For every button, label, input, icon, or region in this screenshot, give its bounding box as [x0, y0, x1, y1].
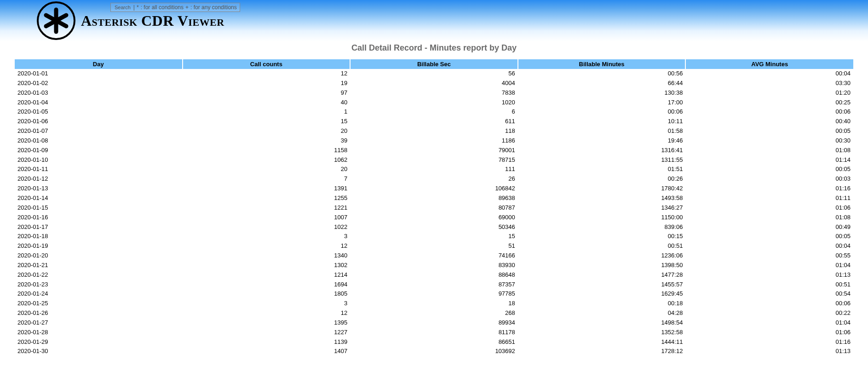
cell-billable-sec: 89638: [350, 194, 518, 203]
cell-billable-sec: 18: [350, 299, 518, 308]
cell-billable-sec: 4004: [350, 79, 518, 88]
cell-call-counts: 1062: [183, 155, 351, 165]
cell-day: 2020-01-04: [15, 98, 183, 108]
table-row: 2020-01-101062787151311:5501:14: [15, 155, 853, 165]
cell-avg-minutes: 01:13: [685, 270, 853, 280]
cell-avg-minutes: 00:25: [685, 98, 853, 108]
cell-day: 2020-01-06: [15, 117, 183, 126]
cell-billable-minutes: 04:28: [518, 308, 686, 318]
table-row: 2020-01-0440102017:0000:25: [15, 98, 853, 108]
cell-day: 2020-01-11: [15, 165, 183, 174]
cell-day: 2020-01-12: [15, 174, 183, 184]
table-row: 2020-01-0219400466:4403:30: [15, 79, 853, 88]
table-row: 2020-01-261226804:2800:22: [15, 308, 853, 318]
cell-avg-minutes: 00:51: [685, 280, 853, 290]
cell-call-counts: 1340: [183, 251, 351, 261]
cell-avg-minutes: 01:13: [685, 347, 853, 356]
cell-billable-sec: 86651: [350, 337, 518, 347]
cell-avg-minutes: 01:08: [685, 146, 853, 155]
cell-billable-sec: 69000: [350, 213, 518, 223]
cell-avg-minutes: 01:16: [685, 184, 853, 194]
table-row: 2020-01-051600:0600:06: [15, 107, 853, 117]
report-table: Day Call counts Billable Sec Billable Mi…: [15, 59, 853, 356]
cell-billable-minutes: 00:26: [518, 174, 686, 184]
search-button-label[interactable]: Search: [114, 5, 132, 10]
cell-call-counts: 1227: [183, 328, 351, 337]
cell-avg-minutes: 00:06: [685, 107, 853, 117]
table-row: 2020-01-281227811781352:5801:06: [15, 328, 853, 337]
cell-day: 2020-01-13: [15, 184, 183, 194]
cell-billable-minutes: 10:11: [518, 117, 686, 126]
table-row: 2020-01-112011101:5100:05: [15, 165, 853, 174]
col-header-calls[interactable]: Call counts: [183, 59, 351, 69]
hint-any-text: : for any conditions: [190, 4, 237, 11]
table-row: 2020-01-141255896381493:5801:11: [15, 194, 853, 203]
col-header-sec[interactable]: Billable Sec: [350, 59, 518, 69]
cell-billable-sec: 74166: [350, 251, 518, 261]
cell-call-counts: 3: [183, 299, 351, 308]
cell-billable-minutes: 00:18: [518, 299, 686, 308]
cell-billable-sec: 81178: [350, 328, 518, 337]
cell-call-counts: 20: [183, 126, 351, 136]
table-row: 2020-01-03977838130:3801:20: [15, 88, 853, 98]
cell-day: 2020-01-01: [15, 69, 183, 79]
cell-avg-minutes: 00:40: [685, 117, 853, 126]
cell-billable-minutes: 839:06: [518, 223, 686, 232]
cell-call-counts: 97: [183, 88, 351, 98]
cell-avg-minutes: 03:30: [685, 79, 853, 88]
cell-call-counts: 1302: [183, 261, 351, 270]
cell-call-counts: 1805: [183, 289, 351, 299]
cell-day: 2020-01-21: [15, 261, 183, 270]
cell-day: 2020-01-05: [15, 107, 183, 117]
cell-day: 2020-01-17: [15, 223, 183, 232]
cell-day: 2020-01-22: [15, 270, 183, 280]
cell-billable-sec: 79001: [350, 146, 518, 155]
cell-billable-sec: 106842: [350, 184, 518, 194]
cell-call-counts: 1694: [183, 280, 351, 290]
asterisk-logo-icon: [37, 1, 75, 40]
cell-avg-minutes: 01:04: [685, 318, 853, 328]
table-row: 2020-01-221214886481477:2801:13: [15, 270, 853, 280]
report-title: Call Detail Record - Minutes report by D…: [0, 43, 868, 53]
cell-billable-sec: 118: [350, 126, 518, 136]
cell-day: 2020-01-27: [15, 318, 183, 328]
cell-call-counts: 1221: [183, 203, 351, 213]
cell-billable-sec: 83930: [350, 261, 518, 270]
table-row: 2020-01-211302839301398:5001:04: [15, 261, 853, 270]
cell-billable-sec: 80787: [350, 203, 518, 213]
col-header-day[interactable]: Day: [15, 59, 183, 69]
cell-day: 2020-01-18: [15, 232, 183, 241]
table-row: 2020-01-291139866511444:1101:16: [15, 337, 853, 347]
table-row: 2020-01-151221807871346:2701:06: [15, 203, 853, 213]
table-row: 2020-01-072011801:5800:05: [15, 126, 853, 136]
cell-billable-minutes: 00:06: [518, 107, 686, 117]
cell-billable-sec: 26: [350, 174, 518, 184]
table-row: 2020-01-201340741661236:0600:55: [15, 251, 853, 261]
cell-billable-sec: 7838: [350, 88, 518, 98]
cell-call-counts: 19: [183, 79, 351, 88]
cell-billable-minutes: 00:56: [518, 69, 686, 79]
cell-billable-minutes: 1780:42: [518, 184, 686, 194]
col-header-avg[interactable]: AVG Minutes: [685, 59, 853, 69]
cell-billable-minutes: 1629:45: [518, 289, 686, 299]
table-row: 2020-01-241805977851629:4500:54: [15, 289, 853, 299]
cell-avg-minutes: 01:06: [685, 203, 853, 213]
operator-all: *: [137, 4, 139, 11]
cell-day: 2020-01-02: [15, 79, 183, 88]
report-table-wrap: Day Call counts Billable Sec Billable Mi…: [0, 59, 868, 365]
table-row: 2020-01-161007690001150:0001:08: [15, 213, 853, 223]
cell-call-counts: 15: [183, 117, 351, 126]
table-row: 2020-01-17102250346839:0600:49: [15, 223, 853, 232]
cell-avg-minutes: 01:14: [685, 155, 853, 165]
cell-day: 2020-01-24: [15, 289, 183, 299]
cell-call-counts: 1158: [183, 146, 351, 155]
cell-billable-sec: 1186: [350, 136, 518, 146]
cell-day: 2020-01-29: [15, 337, 183, 347]
hint-all-text: : for all conditions: [141, 4, 184, 11]
table-row: 2020-01-01125600:5600:04: [15, 69, 853, 79]
cell-day: 2020-01-14: [15, 194, 183, 203]
col-header-min[interactable]: Billable Minutes: [518, 59, 686, 69]
cell-billable-minutes: 1398:50: [518, 261, 686, 270]
cell-billable-sec: 87357: [350, 280, 518, 290]
cell-billable-minutes: 1346:27: [518, 203, 686, 213]
